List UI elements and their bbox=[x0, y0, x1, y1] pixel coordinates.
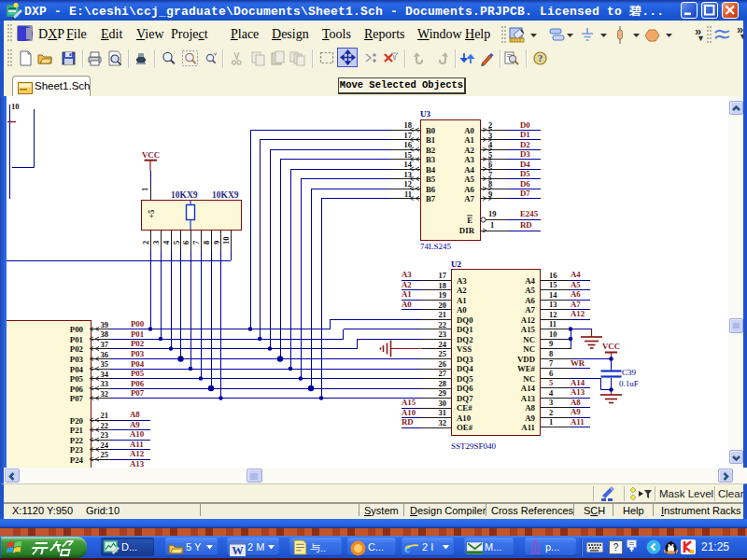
svg-text:6: 6 bbox=[549, 369, 553, 378]
svg-text:15: 15 bbox=[549, 280, 557, 289]
svg-text:SST29SF040: SST29SF040 bbox=[451, 441, 497, 451]
svg-text:27: 27 bbox=[439, 369, 447, 378]
svg-text:12: 12 bbox=[404, 179, 413, 189]
svg-text:P06: P06 bbox=[70, 385, 84, 394]
svg-text:P07: P07 bbox=[70, 394, 84, 403]
svg-text:A7: A7 bbox=[464, 194, 474, 203]
svg-text:25: 25 bbox=[101, 450, 109, 459]
svg-text:9: 9 bbox=[549, 339, 553, 348]
svg-text:A8: A8 bbox=[130, 410, 140, 419]
svg-text:B5: B5 bbox=[426, 175, 436, 184]
svg-text:A13: A13 bbox=[130, 459, 145, 468]
svg-text:A5: A5 bbox=[525, 286, 535, 295]
svg-text:DQ7: DQ7 bbox=[457, 394, 473, 403]
svg-text:A9: A9 bbox=[525, 413, 535, 423]
svg-text:P05: P05 bbox=[70, 374, 84, 384]
svg-text:5: 5 bbox=[172, 241, 181, 245]
svg-text:3: 3 bbox=[488, 131, 492, 140]
svg-text:A8: A8 bbox=[571, 398, 581, 407]
svg-text:18: 18 bbox=[439, 281, 447, 290]
svg-text:CE#: CE# bbox=[457, 403, 472, 413]
svg-text:A6: A6 bbox=[464, 185, 474, 194]
svg-text:NC: NC bbox=[523, 335, 535, 344]
svg-text:1: 1 bbox=[140, 188, 149, 191]
svg-text:19: 19 bbox=[439, 290, 447, 300]
svg-text:14: 14 bbox=[549, 290, 557, 300]
svg-text:6: 6 bbox=[488, 160, 492, 169]
svg-text:9: 9 bbox=[212, 241, 221, 245]
svg-text:1: 1 bbox=[490, 220, 494, 230]
svg-text:24: 24 bbox=[439, 340, 447, 349]
svg-text:12: 12 bbox=[549, 310, 557, 319]
svg-text:A15: A15 bbox=[521, 325, 536, 334]
svg-text:VCC: VCC bbox=[142, 150, 160, 160]
svg-text:RD: RD bbox=[520, 220, 532, 230]
svg-text:D7: D7 bbox=[520, 189, 530, 198]
svg-text:A11: A11 bbox=[571, 417, 585, 427]
svg-text:22: 22 bbox=[101, 421, 109, 430]
svg-text:A10: A10 bbox=[130, 429, 145, 439]
svg-text:26: 26 bbox=[439, 359, 447, 369]
svg-text:A2: A2 bbox=[464, 146, 474, 155]
svg-text:2: 2 bbox=[549, 408, 553, 417]
svg-text:4: 4 bbox=[162, 240, 171, 245]
svg-text:28: 28 bbox=[439, 379, 447, 388]
svg-text:24: 24 bbox=[101, 441, 109, 450]
svg-text:NC: NC bbox=[523, 344, 535, 354]
svg-text:D3: D3 bbox=[520, 149, 530, 159]
svg-text:A0: A0 bbox=[457, 305, 467, 315]
svg-text:A4: A4 bbox=[525, 276, 535, 286]
svg-text:E: E bbox=[467, 216, 472, 225]
svg-text:U2: U2 bbox=[451, 259, 461, 269]
svg-text:D2: D2 bbox=[520, 140, 530, 149]
svg-text:13: 13 bbox=[404, 170, 413, 179]
svg-text:P05: P05 bbox=[131, 369, 145, 378]
svg-text:DQ2: DQ2 bbox=[457, 335, 473, 344]
svg-text:34: 34 bbox=[101, 370, 109, 379]
svg-text:P04: P04 bbox=[131, 359, 145, 369]
svg-text:38: 38 bbox=[101, 329, 109, 339]
svg-text:DQ1: DQ1 bbox=[457, 325, 473, 334]
svg-text:A6: A6 bbox=[571, 289, 581, 299]
svg-text:P06: P06 bbox=[131, 379, 145, 388]
svg-text:WR: WR bbox=[571, 358, 585, 368]
svg-text:A0: A0 bbox=[402, 300, 412, 309]
svg-text:17: 17 bbox=[439, 271, 447, 280]
svg-text:A10: A10 bbox=[402, 408, 416, 417]
svg-text:B2: B2 bbox=[426, 146, 436, 155]
svg-text:DIR: DIR bbox=[459, 226, 475, 235]
svg-text:A13: A13 bbox=[571, 387, 585, 397]
svg-text:+5: +5 bbox=[147, 209, 156, 218]
svg-text:A9: A9 bbox=[571, 407, 581, 416]
svg-text:14: 14 bbox=[404, 160, 413, 169]
svg-text:P01: P01 bbox=[131, 329, 144, 339]
svg-text:B6: B6 bbox=[426, 185, 436, 194]
svg-text:29: 29 bbox=[439, 388, 447, 398]
svg-text:RD: RD bbox=[402, 417, 414, 427]
svg-text:P02: P02 bbox=[70, 344, 84, 354]
svg-text:P20: P20 bbox=[70, 416, 84, 426]
svg-text:W: W bbox=[232, 544, 244, 556]
svg-text:10KX9: 10KX9 bbox=[171, 190, 198, 200]
svg-text:B3: B3 bbox=[426, 155, 436, 164]
svg-text:9: 9 bbox=[488, 189, 492, 199]
svg-text:P24: P24 bbox=[70, 455, 84, 465]
svg-text:10KX9: 10KX9 bbox=[212, 190, 239, 200]
svg-text:A3: A3 bbox=[457, 276, 467, 286]
svg-text:8: 8 bbox=[488, 179, 492, 189]
svg-text:DQ4: DQ4 bbox=[457, 364, 473, 373]
svg-text:A4: A4 bbox=[464, 165, 474, 175]
svg-text:20: 20 bbox=[439, 301, 447, 310]
svg-text:37: 37 bbox=[101, 340, 109, 349]
svg-text:A14: A14 bbox=[521, 384, 536, 393]
svg-text:C39: C39 bbox=[622, 368, 637, 377]
svg-text:A12: A12 bbox=[521, 315, 536, 325]
svg-text:B4: B4 bbox=[426, 165, 436, 175]
svg-text:13: 13 bbox=[549, 300, 557, 309]
svg-text:30: 30 bbox=[439, 399, 447, 408]
svg-text:17: 17 bbox=[404, 131, 413, 140]
svg-text:A7: A7 bbox=[571, 300, 581, 309]
svg-text:A14: A14 bbox=[571, 378, 585, 387]
svg-text:16: 16 bbox=[549, 271, 557, 280]
svg-text:18: 18 bbox=[404, 120, 413, 130]
